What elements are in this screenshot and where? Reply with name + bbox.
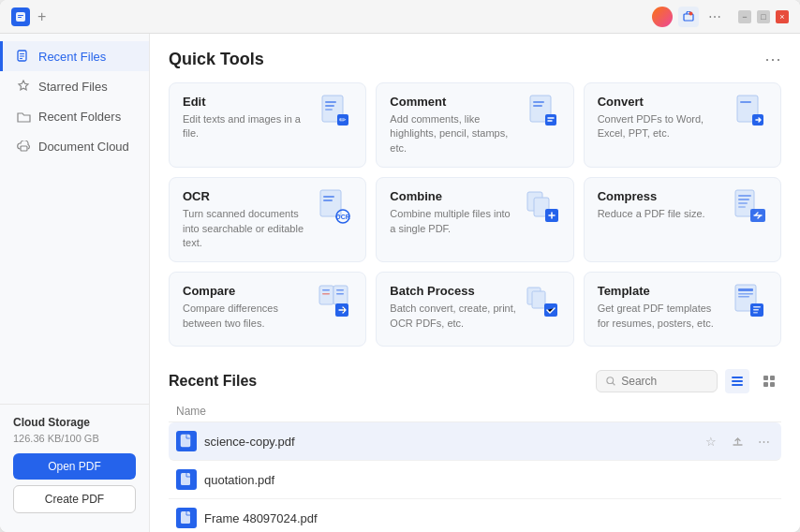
- quick-tools-more-button[interactable]: ⋯: [764, 49, 781, 69]
- svg-rect-45: [532, 291, 545, 308]
- tool-convert-name: Convert: [598, 95, 726, 109]
- svg-rect-40: [333, 286, 348, 304]
- recent-files-icon: [16, 49, 31, 64]
- tool-template[interactable]: Template Get great PDF templates for res…: [584, 272, 781, 347]
- file-actions: ☆ ⋯: [701, 431, 774, 451]
- file-name: quotation.pdf: [204, 473, 774, 487]
- sidebar-item-recent-files[interactable]: Recent Files: [0, 41, 149, 71]
- search-icon: [606, 376, 615, 387]
- sidebar-item-recent-files-label: Recent Files: [38, 50, 106, 64]
- table-row[interactable]: quotation.pdf: [169, 461, 781, 499]
- svg-rect-41: [336, 289, 344, 291]
- sidebar-item-document-cloud[interactable]: Document Cloud: [0, 131, 149, 161]
- tool-batch-process-name: Batch Process: [390, 284, 518, 298]
- tool-template-name: Template: [598, 284, 726, 298]
- sidebar-item-starred-files[interactable]: Starred Files: [0, 71, 149, 101]
- new-tab-button[interactable]: +: [37, 8, 46, 25]
- tool-combine-name: Combine: [390, 189, 518, 203]
- app-icon: [11, 7, 30, 26]
- star-file-button[interactable]: ☆: [701, 431, 721, 451]
- svg-rect-39: [322, 293, 330, 295]
- tool-convert[interactable]: Convert Convert PDFs to Word, Excel, PPT…: [584, 82, 781, 168]
- search-input[interactable]: [621, 375, 707, 388]
- files-table: Name science-copy.pdf ☆ ⋯: [169, 401, 781, 532]
- starred-files-icon: [16, 79, 31, 94]
- recent-files-title: Recent Files: [169, 373, 257, 390]
- grid-view-button[interactable]: [757, 369, 781, 393]
- tool-comment[interactable]: Comment Add comments, like highlights, p…: [376, 82, 573, 168]
- recent-folders-icon: [16, 109, 31, 124]
- tool-combine-desc: Combine multiple files into a single PDF…: [390, 207, 518, 236]
- svg-point-55: [607, 377, 614, 384]
- svg-rect-2: [18, 17, 22, 18]
- tool-ocr[interactable]: OCR Turn scanned documents into searchab…: [169, 177, 366, 262]
- file-icon: [176, 469, 197, 490]
- svg-rect-19: [545, 114, 556, 126]
- svg-text:✏: ✏: [339, 115, 347, 125]
- cloud-storage-subtitle: 126.36 KB/100 GB: [13, 433, 136, 444]
- svg-rect-61: [770, 376, 775, 380]
- svg-rect-50: [738, 296, 749, 298]
- notification-icon[interactable]: [678, 7, 699, 27]
- list-view-button[interactable]: [725, 369, 749, 393]
- table-row[interactable]: science-copy.pdf ☆ ⋯: [169, 422, 781, 461]
- tool-batch-process-icon: [526, 284, 560, 318]
- svg-rect-1: [18, 15, 23, 16]
- user-avatar[interactable]: [652, 7, 673, 27]
- tool-convert-info: Convert Convert PDFs to Word, Excel, PPT…: [598, 95, 726, 141]
- tool-comment-info: Comment Add comments, like highlights, p…: [390, 95, 518, 155]
- tool-compare[interactable]: Compare Compare differences between two …: [169, 272, 366, 347]
- create-pdf-button[interactable]: Create PDF: [13, 485, 136, 513]
- tool-compress[interactable]: Compress Reduce a PDF file size.: [584, 177, 781, 262]
- search-view-row: [596, 369, 781, 393]
- tool-batch-process-info: Batch Process Batch convert, create, pri…: [390, 284, 518, 331]
- svg-rect-37: [319, 286, 333, 304]
- quick-tools-title: Quick Tools: [169, 50, 264, 69]
- cloud-storage-title: Cloud Storage: [13, 416, 136, 429]
- titlebar-menu-button[interactable]: ⋯: [704, 9, 725, 24]
- tool-edit-desc: Edit texts and images in a file.: [183, 112, 311, 141]
- svg-rect-18: [533, 105, 542, 107]
- tool-compare-desc: Compare differences between two files.: [183, 302, 311, 331]
- svg-rect-8: [20, 58, 22, 59]
- tool-template-desc: Get great PDF templates for resumes, pos…: [598, 302, 726, 331]
- file-icon: [176, 431, 197, 451]
- close-button[interactable]: ×: [776, 10, 789, 23]
- svg-rect-57: [732, 377, 743, 378]
- tool-convert-desc: Convert PDFs to Word, Excel, PPT, etc.: [598, 112, 726, 141]
- tool-combine[interactable]: Combine Combine multiple files into a si…: [376, 177, 573, 262]
- open-pdf-button[interactable]: Open PDF: [13, 453, 136, 480]
- tool-convert-icon: [733, 95, 767, 128]
- tool-template-icon: [733, 284, 767, 318]
- svg-rect-33: [738, 199, 749, 200]
- tool-batch-process[interactable]: Batch Process Batch convert, create, pri…: [376, 272, 573, 347]
- tool-comment-name: Comment: [390, 95, 518, 109]
- tool-ocr-icon: OCR: [319, 189, 352, 223]
- tool-edit[interactable]: Edit Edit texts and images in a file. ✏: [169, 82, 366, 168]
- tool-comment-desc: Add comments, like highlights, pencil, s…: [390, 112, 518, 155]
- search-box[interactable]: [596, 370, 718, 392]
- svg-rect-42: [336, 293, 344, 295]
- tool-comment-icon: [526, 95, 560, 128]
- svg-rect-21: [740, 101, 751, 103]
- upload-file-button[interactable]: [727, 431, 748, 451]
- svg-rect-17: [533, 101, 544, 103]
- svg-rect-34: [738, 202, 748, 204]
- svg-rect-13: [325, 109, 333, 111]
- svg-rect-59: [732, 384, 743, 386]
- titlebar-left: +: [11, 7, 652, 26]
- maximize-button[interactable]: □: [757, 10, 770, 23]
- minimize-button[interactable]: −: [738, 10, 751, 23]
- tools-grid: Edit Edit texts and images in a file. ✏ …: [169, 82, 781, 347]
- svg-rect-66: [181, 473, 190, 485]
- file-name: Frame 48097024.pdf: [204, 511, 774, 525]
- svg-rect-67: [181, 511, 190, 524]
- svg-rect-48: [738, 288, 753, 291]
- sidebar-item-recent-folders[interactable]: Recent Folders: [0, 101, 149, 131]
- svg-rect-24: [323, 196, 334, 198]
- more-file-button[interactable]: ⋯: [753, 431, 774, 451]
- tool-edit-info: Edit Edit texts and images in a file.: [183, 95, 311, 141]
- svg-rect-53: [753, 309, 759, 311]
- table-row[interactable]: Frame 48097024.pdf: [169, 499, 781, 532]
- tool-template-info: Template Get great PDF templates for res…: [598, 284, 726, 331]
